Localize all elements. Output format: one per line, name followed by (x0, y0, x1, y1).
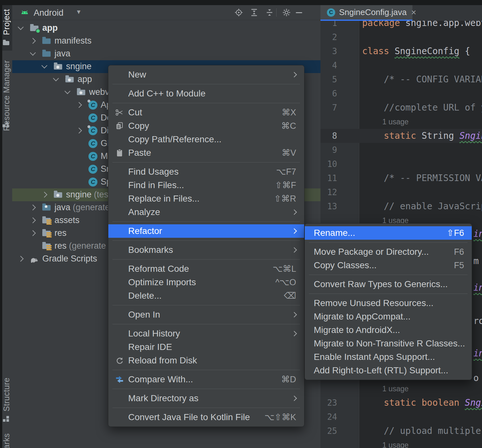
chevron-right-icon[interactable] (30, 230, 36, 236)
chevron-right-icon (292, 228, 297, 234)
chevron-down-icon[interactable] (64, 88, 70, 94)
menu-item-bookmarks[interactable]: Bookmarks (108, 243, 304, 257)
tree-item-label: sngine (66, 62, 92, 71)
tree-item-label: Di (101, 126, 109, 136)
chevron-right-icon[interactable] (30, 217, 36, 223)
chevron-right-icon[interactable] (76, 128, 82, 133)
menu-item-local-history[interactable]: Local History (108, 327, 304, 340)
menu-separator (108, 100, 304, 106)
project-tool-label[interactable]: Project (2, 9, 11, 35)
code-line: 9 (320, 143, 482, 157)
package-folder-icon (54, 62, 63, 71)
tree-item-label: app (78, 74, 92, 84)
menu-item-copy[interactable]: Copy⌘C (108, 119, 304, 133)
clipboard-icon (115, 149, 124, 157)
chevron-down-icon[interactable] (53, 75, 59, 81)
chevron-right-icon[interactable] (76, 102, 82, 108)
project-folder-icon[interactable] (3, 41, 9, 45)
submenu-item-add-rtl-support[interactable]: Add Right-to-Left (RTL) Support... (305, 364, 472, 377)
menu-item-new[interactable]: New (108, 68, 304, 81)
gear-icon[interactable] (282, 8, 291, 17)
tab-sngineconfig-java[interactable]: C SngineConfig.java × (320, 5, 412, 20)
chevron-right-icon[interactable] (30, 204, 36, 210)
submenu-item-migrate-to-appcompat[interactable]: Migrate to AppCompat... (305, 310, 472, 323)
locate-file-icon[interactable] (235, 8, 243, 17)
project-view-selector[interactable]: Android (34, 8, 63, 18)
window-left-edge (0, 5, 2, 448)
structure-tool-label[interactable]: Structure (2, 377, 11, 411)
menu-separator (108, 303, 304, 308)
submenu-item-migrate-non-transitive-r[interactable]: Migrate to Non-Transitive R Classes... (305, 337, 472, 350)
tree-item-app[interactable]: app (12, 22, 320, 35)
menu-item-add-cpp-to-module[interactable]: Add C++ to Module (108, 87, 304, 100)
submenu-item-move-package-or-directory[interactable]: Move Package or Directory...F6 (305, 245, 472, 259)
code-line: 11 /* -- PERMISSION VAR (320, 171, 482, 185)
menu-separator (108, 367, 304, 373)
menu-item-cut[interactable]: Cut⌘X (108, 106, 304, 119)
chevron-down-icon[interactable]: ▾ (77, 8, 80, 16)
menu-item-convert-java-to-kotlin[interactable]: Convert Java File to Kotlin File⌥⇧⌘K (108, 411, 304, 424)
code-line: 25 // upload multiple f (320, 424, 482, 438)
resource-manager-icon[interactable] (3, 121, 10, 128)
chevron-right-icon[interactable] (18, 256, 23, 261)
usage-inlay-hint[interactable]: 1 usage (320, 382, 482, 396)
submenu-item-enable-instant-apps[interactable]: Enable Instant Apps Support... (305, 350, 472, 364)
usage-inlay-hint[interactable]: 1 usage (320, 115, 482, 129)
resource-folder-icon (42, 216, 52, 225)
class-icon: C (88, 165, 98, 174)
tree-item-manifests[interactable]: manifests (12, 35, 320, 47)
menu-item-open-in[interactable]: Open In (108, 308, 304, 321)
chevron-down-icon[interactable] (30, 50, 36, 55)
chevron-down-icon[interactable] (41, 62, 47, 68)
hide-panel-icon[interactable] (296, 12, 302, 13)
submenu-item-remove-unused-resources[interactable]: Remove Unused Resources... (305, 296, 472, 310)
tree-item-java[interactable]: java (12, 47, 320, 60)
editor-code-bottom[interactable]: 1 usage 23 static boolean Sngin 24 25 //… (320, 382, 482, 448)
resource-manager-tool-label[interactable]: Resource Manager (2, 60, 11, 131)
structure-icon[interactable] (3, 415, 10, 422)
menu-item-compare-with[interactable]: Compare With...⌘D (108, 373, 304, 386)
submenu-item-copy-classes[interactable]: Copy Classes...F5 (305, 259, 472, 272)
usage-inlay-hint[interactable]: 1 usage (320, 438, 482, 448)
resource-folder-icon (42, 242, 52, 251)
chevron-right-icon[interactable] (41, 192, 47, 197)
bookmarks-tool-label[interactable]: arks (2, 433, 11, 448)
submenu-item-convert-raw-types[interactable]: Convert Raw Types to Generics... (305, 278, 472, 291)
generated-folder-icon: * (42, 203, 52, 212)
chevron-down-icon[interactable] (18, 24, 23, 30)
code-line: 7 //complete URL of yo (320, 101, 482, 115)
menu-item-refactor[interactable]: Refactor (108, 224, 304, 238)
code-fragment: o (473, 371, 479, 385)
module-folder-icon (30, 24, 40, 33)
left-tool-strip: Project Resource Manager Structure arks (0, 5, 12, 448)
package-folder-icon (54, 190, 63, 199)
resource-folder-icon (42, 229, 52, 238)
class-icon: C (88, 101, 98, 110)
menu-item-find-in-files[interactable]: Find in Files...⇧⌘F (108, 178, 304, 192)
editor-code-top[interactable]: 1package sngine.app.webvi 2 3class Sngin… (320, 16, 482, 228)
menu-item-repair-ide[interactable]: Repair IDE (108, 340, 304, 354)
code-line: 5 /* -- CONFIG VARIABL (320, 72, 482, 87)
collapse-all-icon[interactable] (265, 8, 274, 17)
menu-separator (108, 386, 304, 392)
menu-item-find-usages[interactable]: Find Usages⌥F7 (108, 165, 304, 178)
expand-all-icon[interactable] (250, 8, 258, 17)
menu-item-delete[interactable]: Delete...⌫ (108, 289, 304, 303)
submenu-item-migrate-to-androidx[interactable]: Migrate to AndroidX... (305, 323, 472, 337)
submenu-item-rename[interactable]: Rename...⇧F6 (305, 226, 472, 240)
chevron-right-icon[interactable] (30, 38, 36, 44)
class-icon: C (88, 178, 98, 187)
menu-item-replace-in-files[interactable]: Replace in Files...⇧⌘R (108, 192, 304, 205)
menu-item-analyze[interactable]: Analyze (108, 205, 304, 219)
close-icon[interactable]: × (411, 8, 416, 17)
menu-item-mark-directory-as[interactable]: Mark Directory as (108, 392, 304, 405)
menu-separator (305, 291, 472, 296)
chevron-right-icon (292, 312, 297, 318)
menu-item-reload-from-disk[interactable]: Reload from Disk (108, 354, 304, 367)
menu-separator (108, 160, 304, 165)
menu-item-paste[interactable]: Paste⌘V (108, 146, 304, 160)
menu-item-copy-path-reference[interactable]: Copy Path/Reference... (108, 133, 304, 146)
menu-item-reformat-code[interactable]: Reformat Code⌥⌘L (108, 262, 304, 276)
project-panel-header: Android ▾ (12, 5, 320, 20)
menu-item-optimize-imports[interactable]: Optimize Imports^⌥O (108, 276, 304, 289)
